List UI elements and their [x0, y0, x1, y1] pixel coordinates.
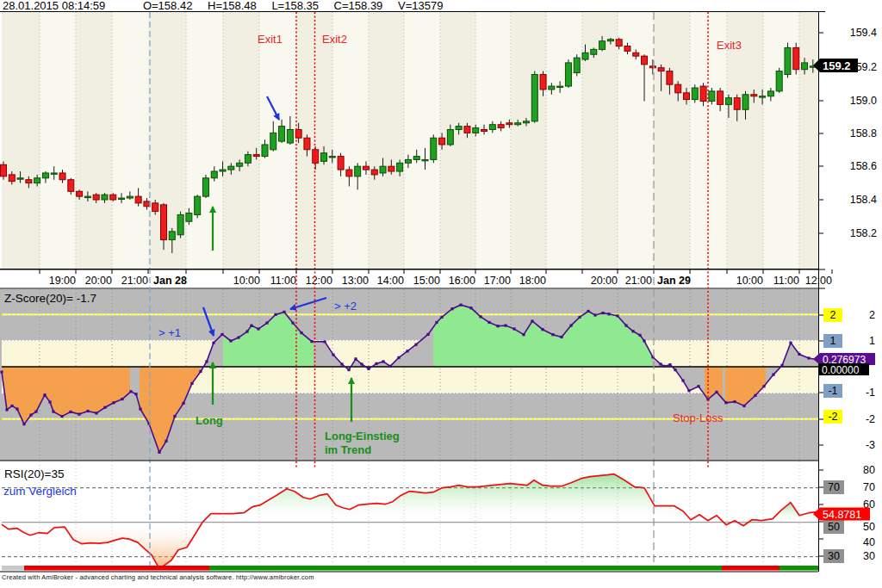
time-label: 21:00	[625, 275, 652, 287]
zscore-marker	[134, 393, 137, 395]
annotation-exit3: Exit3	[717, 39, 742, 52]
zscore-marker	[52, 411, 54, 413]
time-label: 18:00	[519, 275, 546, 287]
candle-body	[338, 157, 344, 170]
candle-body	[658, 68, 664, 71]
trade-state-ribbon	[780, 566, 818, 571]
candle-body	[802, 63, 808, 70]
zscore-axis-label: -1	[866, 387, 875, 399]
time-label: Jan 29	[657, 275, 691, 287]
candle-body	[591, 49, 597, 54]
candle-body	[540, 75, 546, 90]
zscore-panel[interactable]: Z-Score(20)= -1.7> +1> +2LongLong-Einsti…	[0, 289, 819, 461]
candle-body	[751, 95, 757, 96]
zscore-marker	[291, 321, 294, 324]
zscore-marker	[687, 389, 690, 392]
zscore-marker	[659, 362, 662, 365]
candle-body	[119, 198, 125, 199]
zscore-marker	[807, 356, 810, 359]
zscore-marker	[139, 407, 141, 410]
price-panel[interactable]: Exit1Exit2Exit3	[1, 12, 819, 269]
candle-body	[549, 86, 555, 90]
zscore-marker	[601, 312, 604, 314]
candle	[574, 54, 580, 76]
zscore-marker	[300, 331, 302, 334]
candle-body	[388, 166, 394, 171]
candle-body	[649, 66, 655, 68]
zscore-marker	[95, 412, 97, 414]
time-label: 21:00	[121, 275, 148, 287]
zscore-marker	[662, 365, 665, 368]
trade-state-ribbon	[2, 566, 24, 571]
candle-body	[26, 180, 32, 183]
background-stripe	[223, 12, 259, 269]
candle-body	[177, 214, 183, 234]
candle-body	[515, 123, 521, 125]
rsi-panel[interactable]: RSI(20)=35zum Vergleich	[0, 461, 819, 572]
zscore-marker	[78, 413, 80, 416]
zscore-marker	[274, 313, 276, 316]
annotation-long-einstieg: Long-Einstieg	[325, 430, 400, 443]
price-axis-label: 159.4	[850, 27, 877, 39]
time-label: 12:00	[306, 275, 332, 287]
candle	[531, 71, 537, 123]
candle-body	[760, 96, 766, 97]
candle-body	[202, 178, 208, 196]
zscore-marker	[283, 311, 285, 313]
zscore-marker	[332, 353, 334, 356]
zscore-marker	[426, 333, 429, 336]
time-label: 19:00	[49, 275, 76, 287]
zscore-marker	[560, 336, 562, 338]
rsi-axis-badge-text: 30	[828, 550, 840, 562]
zscore-marker	[488, 321, 490, 324]
zscore-marker	[631, 330, 634, 332]
zscore-marker	[724, 401, 727, 404]
time-label: 17:00	[484, 275, 511, 287]
background-stripe	[546, 12, 582, 269]
price-axis-label: 158.2	[850, 227, 877, 239]
candle-body	[439, 138, 445, 145]
annotation--2: > +2	[334, 300, 357, 313]
zscore-marker	[643, 339, 645, 342]
candle-body	[565, 63, 571, 86]
rsi-subtitle: zum Vergleich	[3, 485, 77, 498]
zscore-marker	[607, 313, 610, 315]
zscore-marker	[158, 451, 160, 454]
candle-body	[262, 145, 268, 157]
zscore-marker	[121, 398, 123, 400]
background-stripe	[440, 12, 475, 269]
candle-body	[498, 125, 504, 128]
time-axis: 19:0020:0021:00Jan 2810:0011:0012:0013:0…	[0, 269, 882, 288]
zscore-axis-label: -2	[866, 413, 875, 425]
candle	[565, 59, 571, 88]
zscore-marker	[375, 362, 377, 365]
zscore-marker	[388, 365, 391, 368]
zscore-marker	[624, 325, 627, 327]
zscore-marker	[459, 304, 462, 306]
axis-value-text: 54.8781	[823, 509, 861, 521]
annotation-stop-loss: Stop-Loss	[673, 412, 724, 424]
amibroker-credit: Created with AmiBroker - advanced charti…	[2, 573, 863, 585]
candle-body	[42, 173, 48, 178]
candle-body	[675, 84, 681, 93]
background-stripe	[76, 12, 112, 269]
candle-body	[709, 91, 715, 102]
chart-area[interactable]: Exit1Exit2Exit319:0020:0021:00Jan 2810:0…	[0, 0, 882, 588]
annotation--1: > +1	[158, 326, 181, 339]
annotation-im-trend: im Trend	[325, 443, 371, 456]
candle-body	[599, 41, 606, 50]
candle	[793, 43, 799, 75]
zscore-title: Z-Score(20)= -1.7	[4, 292, 96, 305]
trade-state-ribbon	[722, 566, 780, 571]
zscore-axis-label: -3	[866, 439, 875, 451]
background-stripe	[40, 12, 76, 269]
candle-body	[77, 191, 83, 196]
candle-body	[481, 130, 488, 132]
candle-body	[161, 205, 167, 240]
zscore-marker	[531, 319, 533, 322]
zscore-marker	[245, 330, 248, 332]
candle-body	[135, 196, 141, 203]
candle-body	[110, 195, 116, 200]
zscore-marker	[569, 325, 572, 327]
candle-body	[742, 95, 748, 109]
